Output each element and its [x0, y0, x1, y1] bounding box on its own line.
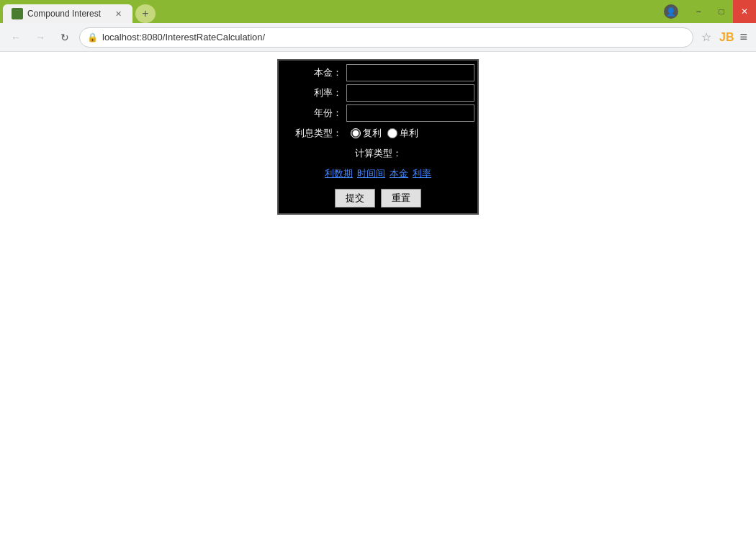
submit-button[interactable]: 提交 — [335, 189, 375, 208]
compound-radio[interactable] — [351, 128, 361, 138]
rate-input[interactable] — [346, 84, 474, 102]
year-input[interactable] — [346, 104, 474, 122]
window-controls: − □ ✕ — [687, 0, 756, 23]
simple-radio-label[interactable]: 单利 — [387, 127, 418, 140]
principal-row: 本金： — [282, 63, 474, 82]
result-link-2[interactable]: 本金 — [390, 167, 408, 180]
reload-button[interactable]: ↻ — [55, 27, 75, 48]
address-bar[interactable]: 🔒 localhost:8080/InterestRateCalculation… — [79, 27, 693, 48]
calc-type-row: 计算类型： — [282, 144, 474, 163]
result-link-3[interactable]: 利率 — [413, 167, 431, 180]
tab-close-button[interactable]: ✕ — [112, 8, 124, 19]
result-link-1[interactable]: 时间间 — [357, 167, 385, 180]
reset-button[interactable]: 重置 — [381, 189, 421, 208]
tab-favicon — [12, 8, 23, 19]
new-tab-button[interactable]: + — [135, 4, 156, 23]
back-button[interactable]: ← — [6, 27, 26, 48]
compound-radio-label[interactable]: 复利 — [351, 127, 382, 140]
tab-title: Compound Interest — [27, 9, 101, 19]
interest-type-row: 利息类型： 复利 单利 — [282, 124, 474, 143]
forward-button[interactable]: → — [30, 27, 50, 48]
simple-label: 单利 — [400, 127, 418, 140]
close-button[interactable]: ✕ — [733, 0, 756, 23]
minimize-button[interactable]: − — [687, 0, 710, 23]
interest-form: 本金： 利率： 年份： 利息类型： 复利 — [277, 59, 479, 215]
rate-label: 利率： — [282, 84, 346, 102]
result-link-0[interactable]: 利数期 — [325, 167, 353, 180]
profile-icon[interactable]: 👤 — [664, 4, 678, 19]
maximize-button[interactable]: □ — [710, 0, 733, 23]
menu-button[interactable]: ≡ — [737, 27, 750, 48]
compound-label: 复利 — [363, 127, 382, 140]
rate-row: 利率： — [282, 84, 474, 102]
nav-bar: ← → ↻ 🔒 localhost:8080/InterestRateCalcu… — [0, 23, 756, 52]
title-bar: 👤 Compound Interest ✕ + − □ ✕ — [0, 0, 756, 23]
year-row: 年份： — [282, 104, 474, 122]
year-label: 年份： — [282, 104, 346, 122]
lock-icon: 🔒 — [87, 32, 98, 43]
nav-right: JB ≡ — [719, 27, 750, 48]
calc-type-label: 计算类型： — [355, 148, 402, 159]
interest-type-group: 复利 单利 — [346, 124, 474, 143]
address-text: localhost:8080/InterestRateCalculation/ — [102, 32, 685, 43]
simple-radio[interactable] — [387, 128, 397, 138]
result-links-row: 利数期 时间间 本金 利率 — [282, 164, 474, 183]
page-content: 本金： 利率： 年份： 利息类型： 复利 — [0, 52, 756, 539]
profile-area: 👤 — [658, 0, 684, 23]
principal-label: 本金： — [282, 63, 346, 82]
button-row: 提交 重置 — [282, 184, 474, 210]
principal-input[interactable] — [346, 64, 474, 81]
browser-tab[interactable]: Compound Interest ✕ — [3, 4, 132, 23]
browser-window: 👤 Compound Interest ✕ + − □ ✕ ← → ↻ 🔒 lo… — [0, 0, 756, 539]
result-links-group: 利数期 时间间 本金 利率 — [287, 167, 469, 180]
jb-icon[interactable]: JB — [719, 31, 734, 44]
interest-type-label: 利息类型： — [282, 124, 346, 143]
bookmark-button[interactable]: ☆ — [698, 29, 715, 46]
